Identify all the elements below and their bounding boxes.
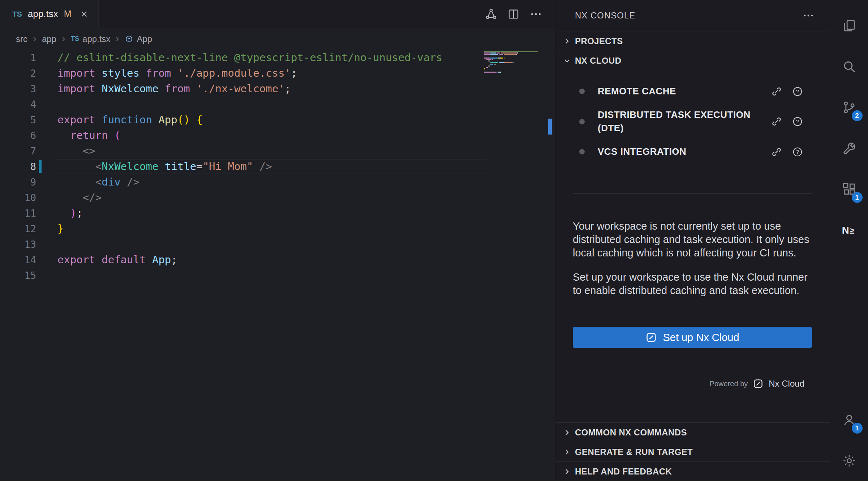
close-icon[interactable] [80, 9, 89, 19]
tools-activity-item[interactable] [830, 128, 868, 169]
code-line[interactable]: 4 [0, 97, 555, 112]
breadcrumb-file[interactable]: TS app.tsx [71, 34, 110, 44]
more-actions-icon[interactable] [802, 9, 815, 22]
link-icon[interactable] [771, 116, 782, 127]
code-line[interactable]: 14 export default App; [0, 252, 555, 268]
panel-header: NX CONSOLE [555, 0, 830, 31]
chevron-right-icon [31, 35, 38, 43]
code-line[interactable]: 3 import NxWelcome from './nx-welcome'; [0, 81, 555, 97]
link-icon[interactable] [771, 146, 782, 157]
breadcrumb-symbol-app[interactable]: App [125, 34, 152, 44]
code-text: ); [57, 205, 83, 221]
breadcrumb-src[interactable]: src [16, 34, 27, 44]
feature-actions: ? [771, 116, 803, 127]
link-icon[interactable] [771, 86, 782, 97]
account-activity-item[interactable]: 1 [830, 399, 868, 440]
code-line[interactable]: 11 ); [0, 205, 555, 221]
chevron-right-icon [60, 35, 67, 43]
typescript-file-icon: TS [12, 10, 22, 18]
help-icon[interactable]: ? [792, 86, 803, 97]
code-line[interactable]: 1 // eslint-disable-next-line @typescrip… [0, 50, 555, 65]
split-editor-icon[interactable] [507, 8, 520, 21]
section-common-nx-commands[interactable]: COMMON NX COMMANDS [555, 422, 830, 442]
line-number[interactable]: 13 [0, 237, 36, 252]
source-control-activity-item[interactable]: 2 [830, 87, 868, 128]
line-number[interactable]: 15 [0, 268, 36, 283]
line-number[interactable]: 10 [0, 190, 36, 205]
section-label: PROJECTS [575, 36, 623, 46]
section-generate-run-target[interactable]: GENERATE & RUN TARGET [555, 442, 830, 461]
extensions-activity-item[interactable]: 1 [830, 169, 868, 209]
line-number[interactable]: 5 [0, 112, 36, 128]
tab-label: app.tsx [28, 8, 58, 20]
section-label: NX CLOUD [575, 56, 622, 66]
code-line[interactable]: 2 import styles from './app.module.css'; [0, 65, 555, 81]
setup-nx-cloud-button[interactable]: Set up Nx Cloud [573, 327, 812, 348]
line-number[interactable]: 6 [0, 128, 36, 143]
nx-cloud-features: REMOTE CACHE ? DISTRIBUTED TASK EXECUTIO… [555, 70, 830, 163]
code-line[interactable]: 8 <NxWelcome title="Hi Mom" /> [0, 159, 555, 174]
editor-title-actions [485, 0, 555, 28]
line-number[interactable]: 7 [0, 143, 36, 159]
code-line[interactable]: 15 [0, 268, 555, 283]
chevron-right-icon [563, 428, 571, 437]
code-line[interactable]: 5 export function App() { [0, 112, 555, 128]
line-number[interactable]: 1 [0, 50, 36, 65]
code-text: <div /> [57, 174, 139, 190]
code-editor[interactable]: 1 // eslint-disable-next-line @typescrip… [0, 50, 555, 481]
code-text: // eslint-disable-next-line @typescript-… [57, 50, 442, 65]
nx-console-activity-item[interactable]: N≥ [830, 209, 868, 250]
tools-icon [842, 141, 856, 156]
search-icon [842, 59, 856, 74]
help-icon[interactable]: ? [792, 116, 803, 127]
files-activity-item[interactable] [830, 5, 868, 46]
editor-region: TS app.tsx M src [0, 0, 555, 481]
breadcrumb-label: app [42, 34, 56, 44]
minimap[interactable] [484, 51, 544, 75]
code-lines: 1 // eslint-disable-next-line @typescrip… [0, 50, 555, 283]
code-text: export default App; [57, 252, 177, 268]
powered-by-label: Powered by [710, 380, 748, 388]
nx-graph-icon[interactable] [485, 8, 498, 21]
git-modified-gutter-marker [39, 160, 42, 173]
help-icon[interactable]: ? [792, 146, 803, 157]
code-text: export function App() { [57, 112, 203, 128]
section-nx-cloud[interactable]: NX CLOUD [555, 51, 830, 70]
tab-app-tsx[interactable]: TS app.tsx M [0, 0, 99, 28]
more-actions-icon[interactable] [529, 8, 542, 21]
settings-gear-icon [842, 454, 856, 468]
svg-text:?: ? [796, 88, 799, 94]
line-number[interactable]: 4 [0, 97, 36, 112]
line-number[interactable]: 3 [0, 81, 36, 97]
panel-bottom-sections: COMMON NX COMMANDS GENERATE & RUN TARGET… [555, 422, 830, 481]
code-line[interactable]: 10 </> [0, 190, 555, 205]
nx-console-panel: NX CONSOLE PROJECTS NX CLOUD REMOTE CACH… [555, 0, 830, 481]
breadcrumb-app[interactable]: app [42, 34, 56, 44]
code-text: import NxWelcome from './nx-welcome'; [57, 81, 291, 97]
code-line[interactable]: 12 } [0, 221, 555, 237]
search-activity-item[interactable] [830, 46, 868, 87]
line-number[interactable]: 8 [0, 159, 36, 174]
chevron-down-icon [563, 56, 571, 65]
section-label: COMMON NX COMMANDS [575, 427, 687, 438]
code-line[interactable]: 9 <div /> [0, 174, 555, 190]
code-line[interactable]: 13 [0, 237, 555, 252]
badge: 1 [852, 192, 863, 203]
section-help-and-feedback[interactable]: HELP AND FEEDBACK [555, 461, 830, 481]
line-number[interactable]: 9 [0, 174, 36, 190]
line-number[interactable]: 14 [0, 252, 36, 268]
line-number[interactable]: 12 [0, 221, 36, 237]
code-line[interactable]: 6 return ( [0, 128, 555, 143]
breadcrumb-label: src [16, 34, 27, 44]
code-line[interactable]: 7 <> [0, 143, 555, 159]
line-number[interactable]: 2 [0, 65, 36, 81]
nx-cloud-section-body: REMOTE CACHE ? DISTRIBUTED TASK EXECUTIO… [555, 70, 830, 389]
svg-text:?: ? [796, 118, 799, 124]
settings-gear-activity-item[interactable] [830, 440, 868, 481]
svg-text:?: ? [796, 149, 799, 155]
section-label: GENERATE & RUN TARGET [575, 447, 693, 457]
nx-cloud-logo-icon [753, 378, 764, 389]
section-projects[interactable]: PROJECTS [555, 31, 830, 51]
section-label: HELP AND FEEDBACK [575, 467, 672, 477]
line-number[interactable]: 11 [0, 205, 36, 221]
